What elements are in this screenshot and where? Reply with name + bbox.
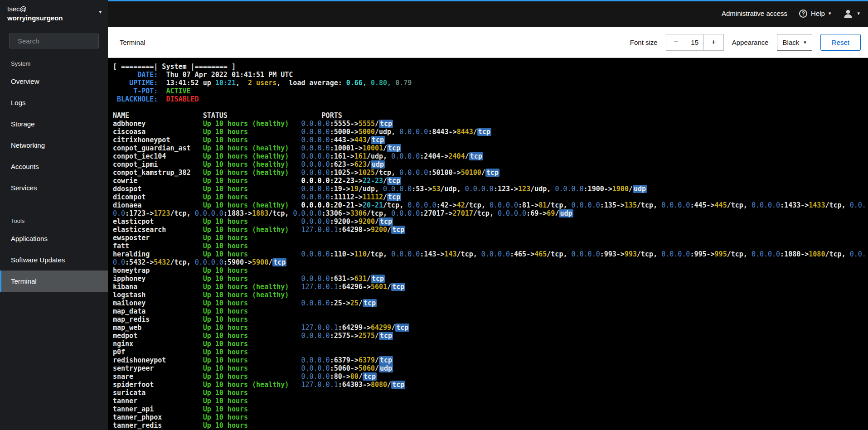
- terminal-line: conpot_ipmi Up 10 hours (healthy) 0.0.0.…: [113, 160, 868, 169]
- terminal-line: fatt Up 10 hours: [113, 242, 868, 250]
- search-box[interactable]: [9, 34, 99, 48]
- user-avatar-icon: [843, 8, 853, 19]
- help-label: Help: [811, 10, 825, 17]
- terminal-line: ipphoney Up 10 hours 0.0.0.0:631->631/tc…: [113, 275, 868, 283]
- terminal-line: medpot Up 10 hours 0.0.0.0:2575->2575/tc…: [113, 332, 868, 340]
- terminal-line: logstash Up 10 hours (healthy): [113, 291, 868, 299]
- sidebar-item-networking[interactable]: Networking: [0, 135, 108, 156]
- terminal-line: tanner_api Up 10 hours: [113, 405, 868, 413]
- terminal-line: ddospot Up 10 hours 0.0.0.0:19->19/udp, …: [113, 185, 868, 193]
- top-accent-bar: [108, 0, 868, 1]
- terminal-line: UPTIME: 13:41:52 up 10:21, 2 users, load…: [113, 79, 868, 87]
- terminal-line: elasticpot Up 10 hours 0.0.0.0:9200->920…: [113, 217, 868, 226]
- appearance-value: Black: [783, 39, 800, 46]
- font-size-stepper: − 15 +: [666, 34, 724, 51]
- terminal-line: elasticsearch Up 10 hours (healthy) 127.…: [113, 226, 868, 234]
- terminal-line: kibana Up 10 hours (healthy) 127.0.0.1:6…: [113, 283, 868, 291]
- terminal-line: DATE: Thu 07 Apr 2022 01:41:51 PM UTC: [113, 71, 868, 79]
- terminal-line: conpot_kamstrup_382 Up 10 hours (healthy…: [113, 169, 868, 177]
- terminal-line: citrixhoneypot Up 10 hours 0.0.0.0:443->…: [113, 136, 868, 144]
- admin-access-label: Administrative access: [722, 10, 787, 17]
- terminal-line: [ ========| System |======== ]: [113, 63, 868, 71]
- appearance-label: Appearance: [732, 39, 769, 46]
- terminal-line: spiderfoot Up 10 hours (healthy) 127.0.0…: [113, 381, 868, 389]
- terminal-line: cowrie Up 10 hours 0.0.0.0:22-23->22-23/…: [113, 177, 868, 185]
- terminal-line: [113, 103, 868, 111]
- terminal-line: conpot_iec104 Up 10 hours (healthy) 0.0.…: [113, 152, 868, 160]
- sidebar-item-applications[interactable]: Applications: [0, 228, 108, 249]
- sidebar: tsec@ worryingsurgeon ▾ SystemOverviewLo…: [0, 0, 108, 430]
- sidebar-item-storage[interactable]: Storage: [0, 113, 108, 135]
- terminal-line: BLACKHOLE: DISABLED: [113, 95, 868, 103]
- terminal-line: tanner_phpox Up 10 hours: [113, 413, 868, 421]
- sidebar-nav: SystemOverviewLogsStorageNetworkingAccou…: [0, 60, 108, 292]
- sidebar-item-software-updates[interactable]: Software Updates: [0, 249, 108, 271]
- terminal-line: tanner Up 10 hours: [113, 397, 868, 405]
- toolbar-controls: Font size − 15 + Appearance Black ▾ Rese…: [630, 34, 868, 51]
- masthead: Administrative access ? Help ▾ ▾: [108, 0, 868, 27]
- terminal-line: suricata Up 10 hours: [113, 389, 868, 397]
- font-size-value: 15: [686, 34, 704, 51]
- terminal-line: heralding Up 10 hours 0.0.0.0:110->110/t…: [113, 250, 868, 266]
- sidebar-item-accounts[interactable]: Accounts: [0, 156, 108, 177]
- terminal-line: ciscoasa Up 10 hours 0.0.0.0:5000->5000/…: [113, 128, 868, 136]
- panel-title: Terminal: [108, 39, 145, 46]
- terminal-panel[interactable]: [ ========| System |======== ] DATE: Thu…: [108, 58, 868, 430]
- help-menu-button[interactable]: ? Help ▾: [799, 10, 831, 18]
- nav-section-title: Tools: [0, 217, 108, 224]
- sidebar-item-services[interactable]: Services: [0, 177, 108, 198]
- host-switcher[interactable]: tsec@ worryingsurgeon ▾: [0, 0, 108, 26]
- terminal-line: redishoneypot Up 10 hours 0.0.0.0:6379->…: [113, 356, 868, 364]
- terminal-line: dicompot Up 10 hours 0.0.0.0:11112->1111…: [113, 193, 868, 201]
- terminal-line: mailoney Up 10 hours 0.0.0.0:25->25/tcp: [113, 299, 868, 307]
- terminal-line: sentrypeer Up 10 hours 0.0.0.0:5060->506…: [113, 364, 868, 372]
- nav-section: SystemOverviewLogsStorageNetworkingAccou…: [0, 60, 108, 198]
- terminal-line: p0f Up 10 hours: [113, 348, 868, 356]
- terminal-line: T-POT: ACTIVE: [113, 87, 868, 95]
- terminal-line: dionaea Up 10 hours (healthy) 0.0.0.0:20…: [113, 201, 868, 217]
- sidebar-item-overview[interactable]: Overview: [0, 71, 108, 92]
- chevron-down-icon: ▾: [857, 10, 860, 16]
- font-increase-button[interactable]: +: [703, 34, 724, 51]
- chevron-down-icon: ▾: [804, 39, 806, 45]
- terminal-line: map_redis Up 10 hours: [113, 315, 868, 324]
- chevron-down-icon: ▾: [99, 9, 102, 15]
- session-menu-button[interactable]: ▾: [843, 8, 860, 19]
- help-icon: ?: [799, 10, 807, 18]
- appearance-select[interactable]: Black ▾: [777, 34, 812, 51]
- terminal-line: snare Up 10 hours 0.0.0.0:80->80/tcp: [113, 372, 868, 381]
- nav-section-title: System: [0, 60, 108, 67]
- sidebar-item-logs[interactable]: Logs: [0, 92, 108, 113]
- terminal-line: adbhoney Up 10 hours (healthy) 0.0.0.0:5…: [113, 120, 868, 128]
- terminal-line: NAME STATUS PORTS: [113, 111, 868, 120]
- terminal-line: map_data Up 10 hours: [113, 307, 868, 315]
- terminal-line: ewsposter Up 10 hours: [113, 234, 868, 242]
- host-user: tsec@: [7, 5, 91, 14]
- font-decrease-button[interactable]: −: [666, 34, 686, 51]
- terminal-line: map_web Up 10 hours 127.0.0.1:64299->642…: [113, 324, 868, 332]
- cockpit-app: tsec@ worryingsurgeon ▾ SystemOverviewLo…: [0, 0, 868, 430]
- chevron-down-icon: ▾: [829, 10, 831, 16]
- terminal-toolbar: Terminal Font size − 15 + Appearance Bla…: [108, 27, 868, 58]
- sidebar-item-terminal[interactable]: Terminal: [0, 271, 108, 292]
- search-input[interactable]: [18, 37, 108, 45]
- terminal-line: conpot_guardian_ast Up 10 hours (healthy…: [113, 144, 868, 152]
- nav-section: ToolsApplicationsSoftware UpdatesTermina…: [0, 217, 108, 292]
- terminal-output: [ ========| System |======== ] DATE: Thu…: [113, 63, 868, 430]
- admin-access-button[interactable]: Administrative access: [722, 10, 787, 17]
- terminal-line: nginx Up 10 hours: [113, 340, 868, 348]
- host-name: worryingsurgeon: [7, 14, 91, 23]
- reset-button[interactable]: Reset: [820, 34, 861, 51]
- terminal-line: honeytrap Up 10 hours: [113, 266, 868, 275]
- font-size-label: Font size: [630, 39, 658, 46]
- terminal-line: tanner_redis Up 10 hours: [113, 421, 868, 430]
